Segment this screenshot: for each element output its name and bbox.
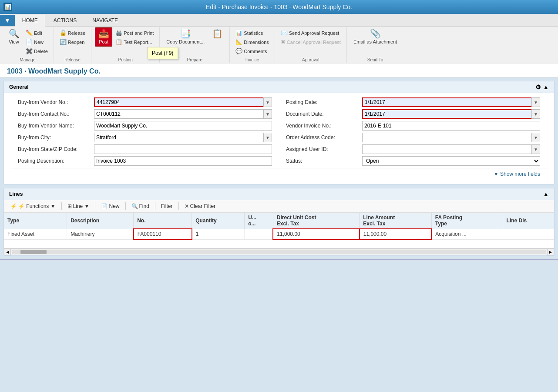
edit-button[interactable]: ✏️ Edit xyxy=(24,28,50,37)
copy-document-button[interactable]: 📑 Copy Document... xyxy=(163,27,208,47)
lines-new-button[interactable]: 📄 New xyxy=(98,202,122,211)
cell-type: Fixed Asset xyxy=(4,229,67,239)
vendor-name-input[interactable] xyxy=(94,121,272,131)
new-button[interactable]: 📄 New xyxy=(24,37,50,47)
table-header-row: Type Description No. Quantity U...o... D… xyxy=(4,213,554,229)
h-scrollbar-thumb[interactable] xyxy=(20,250,47,254)
find-icon: 🔍 xyxy=(131,203,138,209)
test-report-button[interactable]: 📋 Test Report... xyxy=(113,37,156,47)
prepare-group-label: Prepare xyxy=(187,57,202,63)
view-button[interactable]: 🔍 View xyxy=(5,27,23,47)
edit-icon: ✏️ xyxy=(26,30,33,36)
posting-group-label: Posting xyxy=(118,57,133,63)
collapse-icon[interactable]: ▲ xyxy=(543,84,549,90)
posting-desc-row: Posting Description: xyxy=(18,156,272,166)
ribbon-group-manage: 🔍 View ✏️ Edit 📄 New ✖️ Delete Manage xyxy=(2,27,54,63)
order-address-code-input[interactable] xyxy=(362,133,531,142)
find-button[interactable]: 🔍 Find xyxy=(128,202,152,211)
vendor-no-dropdown[interactable]: ▼ xyxy=(263,97,272,107)
empty-row xyxy=(4,239,554,248)
lines-title: Lines xyxy=(9,191,23,197)
invoice-group-label: Invoice xyxy=(245,57,259,63)
general-title: General xyxy=(9,84,29,90)
city-dropdown[interactable]: ▼ xyxy=(263,133,272,142)
order-address-code-dropdown[interactable]: ▼ xyxy=(531,133,540,142)
functions-button[interactable]: ⚡ ⚡ Functions ▼ xyxy=(7,202,59,211)
statistics-icon: 📊 xyxy=(235,30,242,36)
contact-no-input[interactable] xyxy=(94,109,263,119)
reopen-button[interactable]: 🔄 Reopen xyxy=(57,37,87,47)
assigned-user-input[interactable] xyxy=(362,144,531,154)
cancel-approval-button[interactable]: ✖ Cancel Approval Request xyxy=(279,37,343,47)
lines-table-container: Type Description No. Quantity U...o... D… xyxy=(4,213,554,248)
table-row[interactable]: Fixed Asset Machinery FA000110 1 11,000.… xyxy=(4,229,554,239)
vendor-no-input[interactable] xyxy=(94,97,263,107)
cell-quantity: 1 xyxy=(192,229,245,239)
contact-no-dropdown[interactable]: ▼ xyxy=(263,109,272,119)
comments-button[interactable]: 💬 Comments xyxy=(233,47,271,56)
send-approval-button[interactable]: ✉️ Send Approval Request xyxy=(279,28,343,37)
state-zip-input[interactable] xyxy=(94,144,272,154)
ribbon-dropdown-btn[interactable]: ▼ xyxy=(0,15,15,26)
clear-filter-button[interactable]: ✕ Clear Filter xyxy=(182,202,219,211)
post-print-button[interactable]: 🖨️ Post and Print xyxy=(113,28,156,37)
tab-actions[interactable]: ACTIONS xyxy=(46,15,84,26)
release-icon: 🔓 xyxy=(60,30,67,36)
document-date-row: Document Date: ▼ xyxy=(286,109,540,119)
general-section: General ⚙ ▲ Buy-from Vendor No.: ▼ Buy-f… xyxy=(3,81,555,184)
release-button[interactable]: 🔓 Release xyxy=(57,28,87,37)
state-zip-row: Buy-from State/ZIP Code: xyxy=(18,144,272,154)
order-address-code-row: Order Address Code: ▼ xyxy=(286,133,540,142)
show-more-fields[interactable]: ▼ Show more fields xyxy=(11,168,547,180)
delete-button[interactable]: ✖️ Delete xyxy=(24,47,50,56)
line-button[interactable]: ⊞ Line ▼ xyxy=(64,202,93,211)
city-row: Buy-from City: ▼ xyxy=(18,133,272,142)
status-select[interactable]: Open xyxy=(362,156,540,166)
document-date-input[interactable] xyxy=(362,109,531,119)
app-icon: 📊 xyxy=(3,3,12,11)
new-icon: 📄 xyxy=(26,39,33,45)
lines-toolbar: ⚡ ⚡ Functions ▼ ⊞ Line ▼ 📄 New 🔍 Find Fi… xyxy=(4,200,554,213)
vendor-no-label: Buy-from Vendor No.: xyxy=(18,99,94,105)
col-direct-unit-cost: Direct Unit CostExcl. Tax xyxy=(273,213,359,229)
filter-button[interactable]: Filter xyxy=(158,202,176,211)
col-line-dis: Line Dis xyxy=(503,213,554,229)
vendor-invoice-no-input[interactable] xyxy=(362,121,540,131)
order-address-code-label: Order Address Code: xyxy=(286,134,362,141)
posting-desc-input[interactable] xyxy=(94,156,272,166)
title-bar: 📊 Edit - Purchase Invoice - 1003 · WoodM… xyxy=(0,0,558,14)
statistics-button[interactable]: 📊 Statistics xyxy=(233,28,271,37)
city-input[interactable] xyxy=(94,133,263,142)
prepare-btn2[interactable]: 📋 xyxy=(208,27,226,47)
contact-no-row: Buy-from Contact No.: ▼ xyxy=(18,109,272,119)
cell-line-discount xyxy=(503,229,554,239)
scroll-left-btn[interactable]: ◀ xyxy=(4,248,11,255)
tab-home[interactable]: HOME xyxy=(15,15,45,27)
email-attachment-icon: 📎 xyxy=(370,29,381,38)
document-date-dropdown[interactable]: ▼ xyxy=(531,109,540,119)
window-title: Edit - Purchase Invoice - 1003 · WoodMar… xyxy=(206,3,352,10)
col-description: Description xyxy=(67,213,134,229)
h-scrollbar[interactable]: ◀ ▶ xyxy=(4,248,554,255)
lines-collapse-icon[interactable]: ▲ xyxy=(543,191,549,198)
test-report-icon: 📋 xyxy=(115,39,122,45)
gear-icon[interactable]: ⚙ xyxy=(535,84,541,90)
cell-direct-unit-cost: 11,000.00 xyxy=(273,229,359,239)
cell-description: Machinery xyxy=(67,229,134,239)
release-group-label: Release xyxy=(64,57,81,63)
posting-date-dropdown[interactable]: ▼ xyxy=(531,97,540,107)
assigned-user-dropdown[interactable]: ▼ xyxy=(531,144,540,154)
tab-navigate[interactable]: NAVIGATE xyxy=(85,15,125,26)
ribbon-group-approval: ✉️ Send Approval Request ✖ Cancel Approv… xyxy=(275,27,347,63)
dimensions-button[interactable]: 📐 Dimensions xyxy=(233,37,271,47)
functions-icon: ⚡ xyxy=(10,203,17,209)
status-label: Status: xyxy=(286,158,362,164)
scroll-right-btn[interactable]: ▶ xyxy=(547,248,554,255)
general-section-header: General ⚙ ▲ xyxy=(4,81,554,93)
email-attachment-button[interactable]: 📎 Email as Attachment xyxy=(350,27,400,47)
col-type: Type xyxy=(4,213,67,229)
line-icon: ⊞ xyxy=(67,203,72,209)
posting-date-input[interactable] xyxy=(362,97,531,107)
clear-filter-icon: ✕ xyxy=(185,203,189,209)
post-button[interactable]: 📤 Post xyxy=(95,27,112,47)
